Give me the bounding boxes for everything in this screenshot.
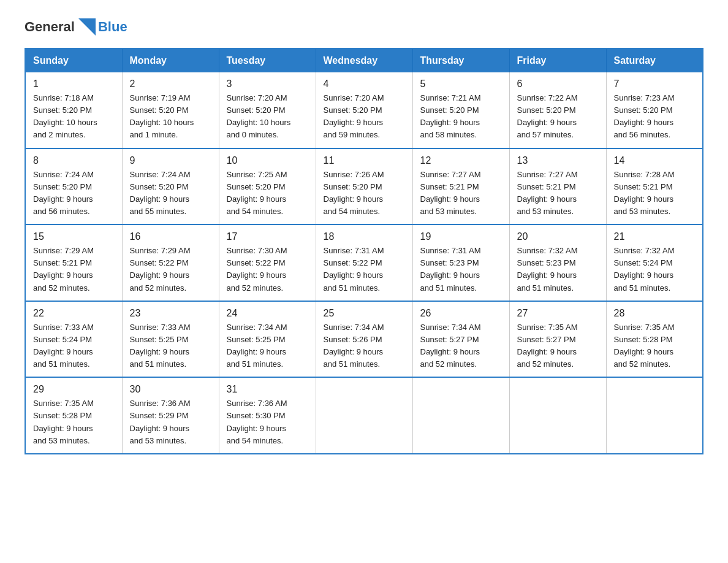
- day-info: Sunrise: 7:22 AMSunset: 5:20 PMDaylight:…: [517, 92, 599, 142]
- calendar-cell: 3Sunrise: 7:20 AMSunset: 5:20 PMDaylight…: [219, 72, 316, 148]
- calendar-cell: 30Sunrise: 7:36 AMSunset: 5:29 PMDayligh…: [122, 377, 219, 454]
- calendar-cell: 25Sunrise: 7:34 AMSunset: 5:26 PMDayligh…: [316, 301, 412, 378]
- calendar-cell: 8Sunrise: 7:24 AMSunset: 5:20 PMDaylight…: [25, 148, 122, 225]
- calendar-cell: 22Sunrise: 7:33 AMSunset: 5:24 PMDayligh…: [25, 301, 122, 378]
- day-number: 24: [227, 308, 308, 319]
- calendar-cell: 16Sunrise: 7:29 AMSunset: 5:22 PMDayligh…: [122, 224, 219, 301]
- day-number: 21: [614, 231, 696, 242]
- day-info: Sunrise: 7:31 AMSunset: 5:22 PMDaylight:…: [324, 245, 405, 294]
- logo: General Blue: [25, 18, 127, 36]
- day-info: Sunrise: 7:34 AMSunset: 5:27 PMDaylight:…: [420, 321, 502, 371]
- calendar-cell: 10Sunrise: 7:25 AMSunset: 5:20 PMDayligh…: [219, 148, 316, 225]
- calendar-cell: 28Sunrise: 7:35 AMSunset: 5:28 PMDayligh…: [606, 301, 703, 378]
- day-info: Sunrise: 7:29 AMSunset: 5:22 PMDaylight:…: [130, 245, 211, 294]
- calendar-table: SundayMondayTuesdayWednesdayThursdayFrid…: [25, 48, 703, 454]
- day-info: Sunrise: 7:28 AMSunset: 5:21 PMDaylight:…: [614, 169, 696, 218]
- calendar-cell: [509, 377, 606, 454]
- page-header: General Blue: [25, 18, 703, 36]
- logo-text-general: General: [25, 19, 75, 35]
- day-number: 29: [33, 384, 115, 395]
- weekday-header-saturday: Saturday: [606, 48, 703, 72]
- calendar-week-row: 15Sunrise: 7:29 AMSunset: 5:21 PMDayligh…: [25, 224, 703, 301]
- calendar-cell: 23Sunrise: 7:33 AMSunset: 5:25 PMDayligh…: [122, 301, 219, 378]
- calendar-cell: [606, 377, 703, 454]
- calendar-cell: 24Sunrise: 7:34 AMSunset: 5:25 PMDayligh…: [219, 301, 316, 378]
- calendar-cell: 6Sunrise: 7:22 AMSunset: 5:20 PMDaylight…: [509, 72, 606, 148]
- day-info: Sunrise: 7:36 AMSunset: 5:29 PMDaylight:…: [130, 397, 211, 447]
- weekday-header-row: SundayMondayTuesdayWednesdayThursdayFrid…: [25, 48, 703, 72]
- calendar-cell: 27Sunrise: 7:35 AMSunset: 5:27 PMDayligh…: [509, 301, 606, 378]
- day-info: Sunrise: 7:34 AMSunset: 5:26 PMDaylight:…: [324, 321, 405, 371]
- day-info: Sunrise: 7:18 AMSunset: 5:20 PMDaylight:…: [33, 92, 115, 142]
- day-number: 15: [33, 231, 115, 242]
- day-number: 4: [324, 79, 405, 90]
- calendar-cell: 20Sunrise: 7:32 AMSunset: 5:23 PMDayligh…: [509, 224, 606, 301]
- weekday-header-sunday: Sunday: [25, 48, 122, 72]
- day-info: Sunrise: 7:35 AMSunset: 5:27 PMDaylight:…: [517, 321, 599, 371]
- calendar-week-row: 22Sunrise: 7:33 AMSunset: 5:24 PMDayligh…: [25, 301, 703, 378]
- day-number: 14: [614, 155, 696, 166]
- day-number: 13: [517, 155, 599, 166]
- logo-triangle-icon: [78, 18, 96, 36]
- day-number: 19: [420, 231, 502, 242]
- calendar-week-row: 8Sunrise: 7:24 AMSunset: 5:20 PMDaylight…: [25, 148, 703, 225]
- day-info: Sunrise: 7:21 AMSunset: 5:20 PMDaylight:…: [420, 92, 502, 142]
- day-info: Sunrise: 7:24 AMSunset: 5:20 PMDaylight:…: [33, 169, 115, 218]
- calendar-cell: 15Sunrise: 7:29 AMSunset: 5:21 PMDayligh…: [25, 224, 122, 301]
- calendar-cell: 13Sunrise: 7:27 AMSunset: 5:21 PMDayligh…: [509, 148, 606, 225]
- day-info: Sunrise: 7:27 AMSunset: 5:21 PMDaylight:…: [420, 169, 502, 218]
- day-number: 8: [33, 155, 115, 166]
- calendar-cell: [412, 377, 509, 454]
- weekday-header-monday: Monday: [122, 48, 219, 72]
- weekday-header-tuesday: Tuesday: [219, 48, 316, 72]
- day-number: 23: [130, 308, 211, 319]
- day-number: 16: [130, 231, 211, 242]
- day-number: 3: [227, 79, 308, 90]
- weekday-header-thursday: Thursday: [412, 48, 509, 72]
- day-info: Sunrise: 7:26 AMSunset: 5:20 PMDaylight:…: [324, 169, 405, 218]
- day-number: 2: [130, 79, 211, 90]
- svg-marker-0: [78, 18, 96, 36]
- day-number: 7: [614, 79, 696, 90]
- day-info: Sunrise: 7:35 AMSunset: 5:28 PMDaylight:…: [614, 321, 696, 371]
- calendar-cell: 4Sunrise: 7:20 AMSunset: 5:20 PMDaylight…: [316, 72, 412, 148]
- day-info: Sunrise: 7:33 AMSunset: 5:24 PMDaylight:…: [33, 321, 115, 371]
- day-info: Sunrise: 7:34 AMSunset: 5:25 PMDaylight:…: [227, 321, 308, 371]
- day-info: Sunrise: 7:35 AMSunset: 5:28 PMDaylight:…: [33, 397, 115, 447]
- day-info: Sunrise: 7:20 AMSunset: 5:20 PMDaylight:…: [227, 92, 308, 142]
- day-number: 10: [227, 155, 308, 166]
- day-info: Sunrise: 7:25 AMSunset: 5:20 PMDaylight:…: [227, 169, 308, 218]
- calendar-week-row: 29Sunrise: 7:35 AMSunset: 5:28 PMDayligh…: [25, 377, 703, 454]
- calendar-cell: [316, 377, 412, 454]
- day-number: 22: [33, 308, 115, 319]
- day-info: Sunrise: 7:30 AMSunset: 5:22 PMDaylight:…: [227, 245, 308, 294]
- day-info: Sunrise: 7:32 AMSunset: 5:24 PMDaylight:…: [614, 245, 696, 294]
- calendar-cell: 5Sunrise: 7:21 AMSunset: 5:20 PMDaylight…: [412, 72, 509, 148]
- day-number: 18: [324, 231, 405, 242]
- day-info: Sunrise: 7:29 AMSunset: 5:21 PMDaylight:…: [33, 245, 115, 294]
- calendar-cell: 17Sunrise: 7:30 AMSunset: 5:22 PMDayligh…: [219, 224, 316, 301]
- day-info: Sunrise: 7:24 AMSunset: 5:20 PMDaylight:…: [130, 169, 211, 218]
- day-number: 9: [130, 155, 211, 166]
- day-number: 5: [420, 79, 502, 90]
- day-number: 30: [130, 384, 211, 395]
- day-info: Sunrise: 7:20 AMSunset: 5:20 PMDaylight:…: [324, 92, 405, 142]
- day-number: 28: [614, 308, 696, 319]
- calendar-cell: 26Sunrise: 7:34 AMSunset: 5:27 PMDayligh…: [412, 301, 509, 378]
- calendar-cell: 14Sunrise: 7:28 AMSunset: 5:21 PMDayligh…: [606, 148, 703, 225]
- day-number: 27: [517, 308, 599, 319]
- day-number: 1: [33, 79, 115, 90]
- calendar-cell: 18Sunrise: 7:31 AMSunset: 5:22 PMDayligh…: [316, 224, 412, 301]
- weekday-header-friday: Friday: [509, 48, 606, 72]
- day-number: 17: [227, 231, 308, 242]
- calendar-cell: 9Sunrise: 7:24 AMSunset: 5:20 PMDaylight…: [122, 148, 219, 225]
- day-number: 12: [420, 155, 502, 166]
- day-number: 6: [517, 79, 599, 90]
- day-info: Sunrise: 7:23 AMSunset: 5:20 PMDaylight:…: [614, 92, 696, 142]
- day-info: Sunrise: 7:36 AMSunset: 5:30 PMDaylight:…: [227, 397, 308, 447]
- calendar-cell: 11Sunrise: 7:26 AMSunset: 5:20 PMDayligh…: [316, 148, 412, 225]
- calendar-cell: 7Sunrise: 7:23 AMSunset: 5:20 PMDaylight…: [606, 72, 703, 148]
- weekday-header-wednesday: Wednesday: [316, 48, 412, 72]
- calendar-cell: 19Sunrise: 7:31 AMSunset: 5:23 PMDayligh…: [412, 224, 509, 301]
- day-info: Sunrise: 7:19 AMSunset: 5:20 PMDaylight:…: [130, 92, 211, 142]
